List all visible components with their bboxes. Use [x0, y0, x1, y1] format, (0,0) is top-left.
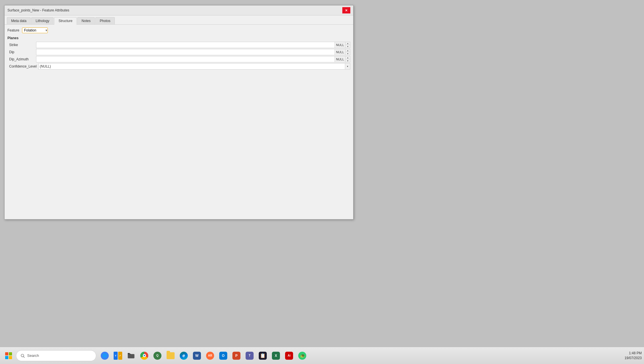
tab-notes[interactable]: Notes — [77, 17, 95, 24]
strike-input-container[interactable]: NULL ▲ ▼ — [36, 42, 350, 48]
strike-input[interactable] — [36, 43, 335, 47]
search-label: Search — [27, 353, 39, 358]
taskbar-icon-green-app[interactable]: 🐢 — [296, 349, 309, 362]
clip-icon: 📋 — [259, 352, 267, 360]
dip-input[interactable] — [36, 50, 335, 54]
strike-down-btn[interactable]: ▼ — [345, 45, 350, 48]
windows-logo-icon — [5, 352, 12, 359]
taskbar-icon-teams[interactable]: T — [243, 349, 256, 362]
excel-icon: X — [272, 352, 280, 360]
edge-icon: e — [180, 352, 188, 360]
word-icon: W — [193, 352, 201, 360]
chrome-icon — [140, 352, 148, 360]
search-bar[interactable]: Search — [16, 350, 96, 361]
tab-meta-data[interactable]: Meta data — [7, 17, 31, 24]
confidence-label: Confidence_Level — [7, 64, 38, 69]
teams-icon: T — [246, 352, 254, 360]
content-area: Feature Folation ▾ Planes Strike NULL ▲ … — [5, 25, 353, 219]
taskbar-icon-file-manager[interactable] — [125, 349, 137, 362]
dip-row: Dip NULL ▲ ▼ — [7, 49, 350, 55]
clock[interactable]: 1:48 PM 19/07/2023 — [625, 351, 642, 361]
dip-azimuth-input-container[interactable]: NULL ▲ ▼ — [36, 56, 350, 62]
feature-label: Feature — [7, 28, 20, 32]
tab-lithology[interactable]: Lithology — [31, 17, 54, 24]
dip-azimuth-null-label: NULL — [335, 56, 345, 62]
tab-bar: Meta data Lithology Structure Notes Phot… — [5, 15, 353, 25]
powerpoint-icon: P — [232, 352, 240, 360]
dip-azimuth-down-btn[interactable]: ▼ — [345, 59, 350, 62]
clock-time: 1:48 PM — [625, 351, 642, 356]
feature-dropdown-arrow-icon[interactable]: ▾ — [46, 28, 47, 32]
qgis-icon: Q — [153, 352, 161, 360]
browser-icon: 🌐 — [101, 352, 109, 360]
svg-point-0 — [21, 354, 24, 357]
dip-up-btn[interactable]: ▲ — [345, 49, 350, 52]
feature-attributes-dialog: Surface_points_New - Feature Attributes … — [4, 5, 353, 219]
taskbar-icon-chrome[interactable] — [138, 349, 151, 362]
youdao-icon: Y ✓ — [114, 352, 122, 360]
start-button[interactable] — [2, 349, 15, 362]
taskbar-icon-folder[interactable] — [164, 349, 177, 362]
folder-icon — [167, 352, 175, 359]
taskbar-icon-word[interactable]: W — [191, 349, 203, 362]
taskbar-icon-ar[interactable]: AR — [204, 349, 216, 362]
taskbar-icon-powerpoint[interactable]: P — [230, 349, 243, 362]
dip-azimuth-up-btn[interactable]: ▲ — [345, 56, 350, 59]
strike-spinner[interactable]: ▲ ▼ — [345, 42, 350, 48]
taskbar-icon-edge[interactable]: e — [177, 349, 190, 362]
dip-azimuth-spinner[interactable]: ▲ ▼ — [345, 56, 350, 62]
taskbar-icon-outlook[interactable]: O — [217, 349, 230, 362]
taskbar-icon-youdao[interactable]: Y ✓ — [112, 349, 124, 362]
taskbar-icon-acrobat[interactable]: Ai — [283, 349, 295, 362]
dip-down-btn[interactable]: ▼ — [345, 52, 350, 55]
svg-line-1 — [23, 357, 25, 358]
ar-icon: AR — [206, 352, 214, 360]
system-tray: 1:48 PM 19/07/2023 — [625, 351, 642, 361]
svg-rect-4 — [128, 354, 134, 358]
strike-null-label: NULL — [335, 42, 345, 48]
taskbar-icons: 🌐 Y ✓ Q — [98, 349, 309, 362]
dip-azimuth-row: Dip_Azimuth NULL ▲ ▼ — [7, 56, 350, 62]
file-manager-icon — [127, 352, 135, 360]
taskbar-icon-excel[interactable]: X — [270, 349, 282, 362]
feature-dropdown-container[interactable]: Folation ▾ — [22, 27, 48, 33]
feature-value: Folation — [22, 27, 48, 33]
tab-structure[interactable]: Structure — [54, 17, 77, 25]
dip-null-label: NULL — [335, 49, 345, 55]
green-app-icon: 🐢 — [298, 352, 306, 360]
title-bar: Surface_points_New - Feature Attributes … — [5, 5, 353, 15]
taskbar-icon-browser[interactable]: 🌐 — [98, 349, 111, 362]
planes-section-header: Planes — [7, 35, 350, 41]
dip-input-container[interactable]: NULL ▲ ▼ — [36, 49, 350, 55]
search-icon — [20, 353, 25, 358]
clock-date: 19/07/2023 — [625, 356, 642, 361]
confidence-dropdown-arrow-icon[interactable]: ▾ — [345, 64, 350, 69]
confidence-dropdown[interactable]: (NULL) ▾ — [38, 63, 350, 70]
taskbar-icon-qgis[interactable]: Q — [151, 349, 164, 362]
strike-up-btn[interactable]: ▲ — [345, 42, 350, 45]
window-title: Surface_points_New - Feature Attributes — [7, 8, 69, 12]
dip-azimuth-input[interactable] — [36, 57, 335, 61]
acrobat-icon: Ai — [285, 352, 293, 360]
taskbar: Search 🌐 Y ✓ — [0, 347, 644, 364]
taskbar-icon-clip[interactable]: 📋 — [256, 349, 269, 362]
outlook-icon: O — [219, 352, 227, 360]
strike-row: Strike NULL ▲ ▼ — [7, 42, 350, 48]
confidence-row: Confidence_Level (NULL) ▾ — [7, 63, 350, 70]
dip-label: Dip — [7, 49, 36, 55]
feature-row: Feature Folation ▾ — [7, 27, 350, 33]
tab-photos[interactable]: Photos — [95, 17, 114, 24]
dip-azimuth-label: Dip_Azimuth — [7, 56, 36, 62]
close-button[interactable]: × — [342, 7, 350, 13]
confidence-value: (NULL) — [39, 64, 345, 68]
dip-spinner[interactable]: ▲ ▼ — [345, 49, 350, 55]
strike-label: Strike — [7, 42, 36, 48]
svg-rect-3 — [128, 353, 130, 354]
